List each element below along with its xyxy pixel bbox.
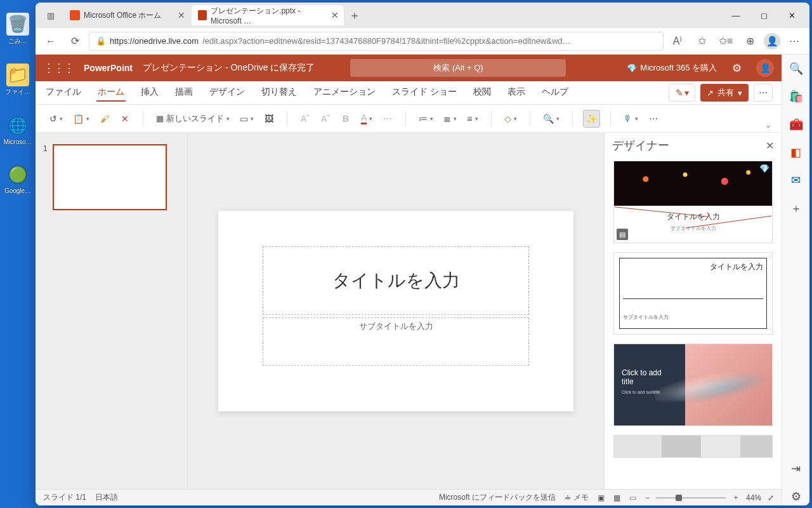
browser-menu-icon[interactable]: ⋯ [784,31,804,51]
design-idea-4[interactable] [613,435,773,458]
app-launcher-icon[interactable]: ⋮⋮⋮ [43,61,74,75]
tab-help[interactable]: ヘルプ [540,84,570,102]
zoom-in-icon[interactable]: ＋ [732,492,740,503]
desktop-icon-edge[interactable]: 🌐Microso… [4,114,31,145]
tab-view[interactable]: 表示 [506,84,527,102]
align-button[interactable]: ≡▾ [464,110,480,128]
tab-office-home[interactable]: Microsoft Office ホーム ✕ [63,5,190,25]
tab-animations[interactable]: アニメーション [312,84,377,102]
delete-button[interactable]: ✕ [117,110,133,128]
desktop-icon-recycle[interactable]: 🗑️ごみ… [4,13,31,46]
designer-pane: デザイナー ✕ 💎 タイトルを入力 サブタイトルを入力 ▤ タイトルを入力 [604,133,782,489]
designer-button[interactable]: ✨ [583,110,600,128]
new-slide-button[interactable]: ▦ 新しいスライド ▾ [154,110,232,128]
tab-home[interactable]: ホーム [96,84,126,102]
zoom-level[interactable]: 44% [746,493,761,502]
status-bar: スライド 1/1 日本語 Microsoft にフィードバックを送信 ≐ メモ … [36,489,782,505]
sidebar-add-icon[interactable]: ＋ [787,199,805,217]
close-window-button[interactable]: ✕ [778,5,806,25]
editing-mode-button[interactable]: ✎▾ [669,84,695,102]
slide-thumbnail-1[interactable] [53,144,167,210]
normal-view-icon[interactable]: ▣ [598,493,605,502]
font-size-down-button[interactable]: Aˇ [318,110,333,128]
undo-button[interactable]: ↺▾ [47,110,65,128]
close-tab-icon[interactable]: ✕ [178,10,185,20]
tab-draw[interactable]: 描画 [174,84,194,102]
sidebar-settings-icon[interactable]: ⚙ [787,488,805,505]
design-idea-2[interactable]: タイトルを入力 サブタイトルを入力 [613,252,773,335]
collections-icon[interactable]: ⊕ [740,31,760,51]
font-size-up-button[interactable]: Aˆ [298,110,313,128]
toolbar-more-button[interactable]: ⋯ [646,110,661,128]
notes-button[interactable]: ≐ メモ [565,492,589,503]
tab-insert[interactable]: 挿入 [140,84,160,102]
close-tab-icon[interactable]: ✕ [331,10,339,20]
desktop-icon-files[interactable]: 📁ファイ… [4,64,31,97]
font-more-button[interactable]: ⋯ [380,110,395,128]
find-button[interactable]: 🔍▾ [540,110,562,128]
sidebar-office-icon[interactable]: ◧ [787,144,805,161]
language-label[interactable]: 日本語 [95,492,118,503]
feedback-link[interactable]: Microsoft にフィードバックを送信 [439,492,556,503]
bold-button[interactable]: B [338,110,353,128]
tab-review[interactable]: 校閲 [472,84,492,102]
fit-to-window-icon[interactable]: ⤢ [768,493,774,502]
sorter-view-icon[interactable]: ▦ [613,493,620,502]
new-tab-button[interactable]: ＋ [345,6,364,25]
sidebar-search-icon[interactable]: 🔍 [787,60,805,77]
zoom-slider[interactable] [656,497,726,498]
font-color-button[interactable]: A▾ [358,110,375,128]
title-placeholder[interactable]: タイトルを入力 [263,246,529,315]
design-idea-3[interactable]: 💎 Click to add title Click to add subtit… [613,344,773,426]
zoom-control[interactable]: − ＋ 44% ⤢ [645,492,774,503]
edge-sidebar: 🔍 🛍️ 🧰 ◧ ✉ ＋ ⇥ ⚙ [782,55,809,505]
template-type-icon: ▤ [617,229,628,240]
sidebar-tools-icon[interactable]: 🧰 [787,116,805,133]
favorites-bar-icon[interactable]: ✩≡ [716,31,736,51]
settings-icon[interactable]: ⚙ [727,58,746,77]
slideshow-view-icon[interactable]: ▭ [629,493,636,502]
tab-slideshow[interactable]: スライド ショー [391,84,458,102]
subtitle-placeholder[interactable]: サブタイトルを入力 [263,318,529,366]
ribbon-tabs: ファイル ホーム 挿入 描画 デザイン 切り替え アニメーション スライド ショ… [36,81,782,105]
maximize-button[interactable]: ◻ [750,5,778,25]
powerpoint-app: ⋮⋮⋮ PowerPoint プレゼンテーション - OneDrive に保存完… [36,55,782,505]
zoom-out-icon[interactable]: − [645,493,650,502]
tab-design[interactable]: デザイン [208,84,246,102]
sidebar-collapse-icon[interactable]: ⇥ [787,460,805,478]
numbering-button[interactable]: ≣▾ [441,110,459,128]
desktop-icon-chrome[interactable]: 🟢Google… [4,163,31,194]
tab-file[interactable]: ファイル [44,84,82,102]
sidebar-outlook-icon[interactable]: ✉ [787,171,805,189]
more-commands-button[interactable]: ⋯ [754,84,773,102]
profile-avatar[interactable]: 👤 [764,33,780,50]
tab-transitions[interactable]: 切り替え [260,84,298,102]
tab-actions-icon[interactable]: ▥ [39,6,62,24]
picture-button[interactable]: 🖼 [261,110,277,128]
dictate-button[interactable]: 🎙▾ [621,110,641,128]
url-field[interactable]: 🔒 https://onedrive.live.com/edit.aspx?ac… [89,32,664,51]
sidebar-shopping-icon[interactable]: 🛍️ [787,88,805,105]
buy-m365-button[interactable]: 💎 Microsoft 365 を購入 [627,62,717,74]
share-button[interactable]: ↗ 共有 ▾ [700,84,749,102]
tab-presentation[interactable]: プレゼンテーション.pptx - Microsoft … ✕ [192,5,344,25]
format-painter-button[interactable]: 🖌 [97,110,112,128]
layout-button[interactable]: ▭▾ [237,110,256,128]
close-designer-icon[interactable]: ✕ [766,140,774,152]
account-avatar[interactable]: 👤 [756,59,774,77]
paste-button[interactable]: 📋▾ [70,110,92,128]
document-name[interactable]: プレゼンテーション - OneDrive に保存完了 [143,62,315,74]
search-field[interactable]: 検索 (Alt + Q) [350,59,566,77]
shapes-button[interactable]: ◇▾ [502,110,520,128]
slide-count[interactable]: スライド 1/1 [43,492,86,503]
refresh-button[interactable]: ⟳ [65,31,85,51]
favorite-icon[interactable]: ✩ [691,31,712,51]
slide-canvas[interactable]: タイトルを入力 サブタイトルを入力 [188,133,604,489]
read-aloud-icon[interactable]: A⁾ [667,31,688,51]
slide[interactable]: タイトルを入力 サブタイトルを入力 [218,211,573,411]
collapse-ribbon-icon[interactable]: ⌄ [765,121,775,132]
minimize-button[interactable]: — [722,5,750,25]
design-idea-1[interactable]: 💎 タイトルを入力 サブタイトルを入力 ▤ [613,161,773,243]
back-button[interactable]: ← [41,31,61,51]
bullets-button[interactable]: ≔▾ [416,110,436,128]
